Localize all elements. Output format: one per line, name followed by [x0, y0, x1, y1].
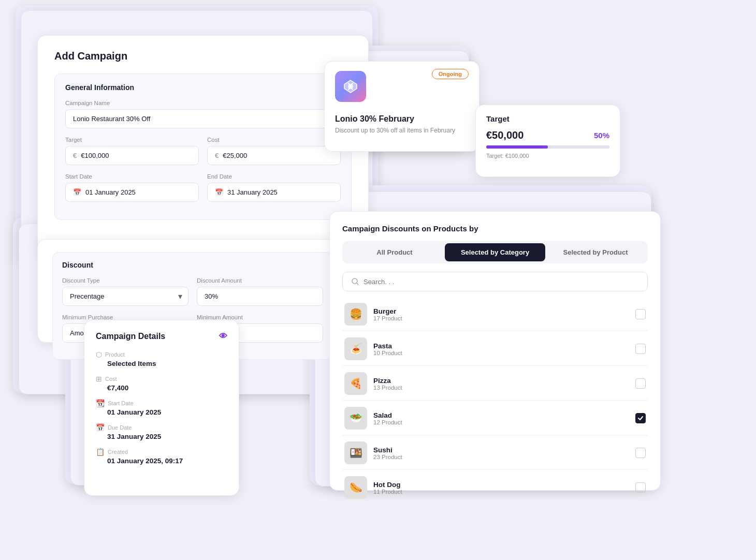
campaign-discounts-card: Campaign Discounts on Products by All Pr… [329, 211, 661, 491]
product-list: 🍔 Burger 17 Product 🍝 Pasta 10 Product 🍕… [342, 298, 648, 504]
target-percentage: 50% [594, 131, 609, 140]
cost-value: €25,000 [223, 152, 247, 159]
discount-type-select-wrapper[interactable]: Precentage Fixed ▾ [62, 287, 188, 306]
add-campaign-title: Add Campaign [54, 50, 352, 62]
product-thumb-pasta: 🍝 [344, 337, 367, 360]
checkbox-burger[interactable] [635, 309, 646, 319]
checkbox-sushi[interactable] [635, 448, 646, 458]
product-info-sushi: Sushi 23 Product [373, 446, 635, 460]
calendar-icon-end: 📅 [215, 188, 223, 196]
campaign-description: Discount up to 30% off all items in Febr… [335, 127, 469, 134]
detail-created: 📋 Created 01 January 2025, 09:17 [96, 448, 227, 465]
due-date-detail-label: Due Date [108, 424, 132, 431]
product-name-sushi: Sushi [373, 446, 635, 454]
product-count-pizza: 13 Product [373, 385, 635, 391]
ongoing-badge: Ongoing [432, 69, 469, 79]
product-name-salad: Salad [373, 411, 635, 419]
created-detail-label: Created [108, 449, 128, 455]
list-item: 🍔 Burger 17 Product [342, 298, 648, 331]
discount-amount-value: 30% [205, 292, 218, 300]
product-info-pasta: Pasta 10 Product [373, 342, 635, 356]
tab-selected-by-product[interactable]: Selected by Product [545, 243, 646, 261]
cost-label: Cost [207, 137, 341, 143]
tab-all-product[interactable]: All Product [344, 243, 445, 261]
product-name-pasta: Pasta [373, 342, 635, 350]
product-info-salad: Salad 12 Product [373, 411, 635, 425]
campaign-name-input[interactable]: Lonio Restaurant 30% Off [65, 109, 341, 128]
end-date-label: End Date [207, 173, 341, 180]
product-detail-value: Selected Items [107, 360, 227, 367]
product-thumb-hotdog: 🌭 [344, 476, 367, 499]
product-info-pizza: Pizza 13 Product [373, 377, 635, 391]
cost-detail-label: Cost [105, 376, 117, 382]
list-item: 🍝 Pasta 10 Product [342, 332, 648, 366]
add-campaign-card: Add Campaign General Information Campaig… [37, 35, 369, 253]
product-icon: ⬡ [96, 350, 102, 359]
detail-start-date: 📆 Start Date 01 January 2025 [96, 399, 227, 416]
product-count-pasta: 10 Product [373, 350, 635, 356]
product-detail-label: Product [105, 351, 125, 358]
target-label: Target [65, 137, 199, 143]
campaign-details-card: Campaign Details 👁 ⬡ Product Selected It… [84, 320, 239, 496]
target-base-label: Target: €100,000 [486, 153, 609, 159]
start-date-detail-label: Start Date [108, 400, 134, 406]
campaign-name: Lonio 30% February [335, 114, 469, 124]
discount-amount-label: Discount Amount [197, 277, 323, 284]
list-item: 🍕 Pizza 13 Product [342, 367, 648, 401]
product-name-hotdog: Hot Dog [373, 481, 635, 489]
product-thumb-sushi: 🍱 [344, 441, 367, 464]
euro-icon-cost: € [215, 152, 219, 159]
start-date-label: Start Date [65, 173, 199, 180]
checkbox-pizza[interactable] [635, 378, 646, 389]
target-current-amount: €50,000 [486, 129, 524, 141]
due-date-icon: 📅 [96, 423, 105, 432]
eye-icon[interactable]: 👁 [219, 332, 227, 341]
product-name-pizza: Pizza [373, 377, 635, 385]
detail-product: ⬡ Product Selected Items [96, 350, 227, 367]
checkbox-pasta[interactable] [635, 344, 646, 354]
search-box[interactable] [342, 272, 648, 291]
product-thumb-burger: 🍔 [344, 303, 367, 326]
progress-bar-fill [486, 145, 548, 149]
discount-section-title: Discount [62, 261, 323, 269]
cost-icon: ⊞ [96, 375, 102, 383]
product-name-burger: Burger [373, 307, 635, 315]
target-value: €100,000 [81, 152, 109, 159]
created-detail-value: 01 January 2025, 09:17 [107, 457, 227, 465]
checkbox-salad[interactable] [635, 413, 646, 423]
discount-amount-input[interactable]: 30% [197, 287, 323, 306]
product-info-burger: Burger 17 Product [373, 307, 635, 321]
cost-input[interactable]: € €25,000 [207, 146, 341, 165]
campaign-logo [335, 71, 366, 102]
product-count-salad: 12 Product [373, 419, 635, 425]
start-date-icon: 📆 [96, 399, 105, 407]
product-info-hotdog: Hot Dog 11 Product [373, 481, 635, 495]
detail-due-date: 📅 Due Date 31 January 2025 [96, 423, 227, 440]
discount-type-label: Discount Type [62, 277, 188, 284]
search-input[interactable] [364, 278, 639, 286]
product-count-sushi: 23 Product [373, 454, 635, 460]
product-count-hotdog: 11 Product [373, 489, 635, 495]
calendar-icon-start: 📅 [73, 188, 81, 196]
list-item: 🍱 Sushi 23 Product [342, 436, 648, 470]
product-thumb-pizza: 🍕 [344, 372, 367, 395]
detail-cost: ⊞ Cost €7,400 [96, 375, 227, 392]
campaign-name-label: Campaign Name [65, 100, 341, 106]
start-date-value: 01 January 2025 [85, 188, 136, 196]
target-title: Target [486, 114, 609, 123]
cost-detail-value: €7,400 [107, 384, 227, 392]
product-count-burger: 17 Product [373, 315, 635, 321]
discount-type-select[interactable]: Precentage Fixed [62, 287, 188, 306]
search-icon [351, 277, 359, 286]
list-item: 🌭 Hot Dog 11 Product [342, 471, 648, 504]
campaign-info-card: Ongoing Lonio 30% February Discount up t… [324, 61, 479, 152]
start-date-input[interactable]: 📅 01 January 2025 [65, 183, 199, 202]
tab-selected-by-category[interactable]: Selected by Category [445, 243, 545, 261]
target-input[interactable]: € €100,000 [65, 146, 199, 165]
product-tabs: All Product Selected by Category Selecte… [342, 241, 648, 263]
checkbox-hotdog[interactable] [635, 482, 646, 493]
end-date-input[interactable]: 📅 31 January 2025 [207, 183, 341, 202]
target-card: Target €50,000 50% Target: €100,000 [475, 105, 620, 177]
details-title-text: Campaign Details [96, 332, 165, 341]
created-icon: 📋 [96, 448, 105, 456]
